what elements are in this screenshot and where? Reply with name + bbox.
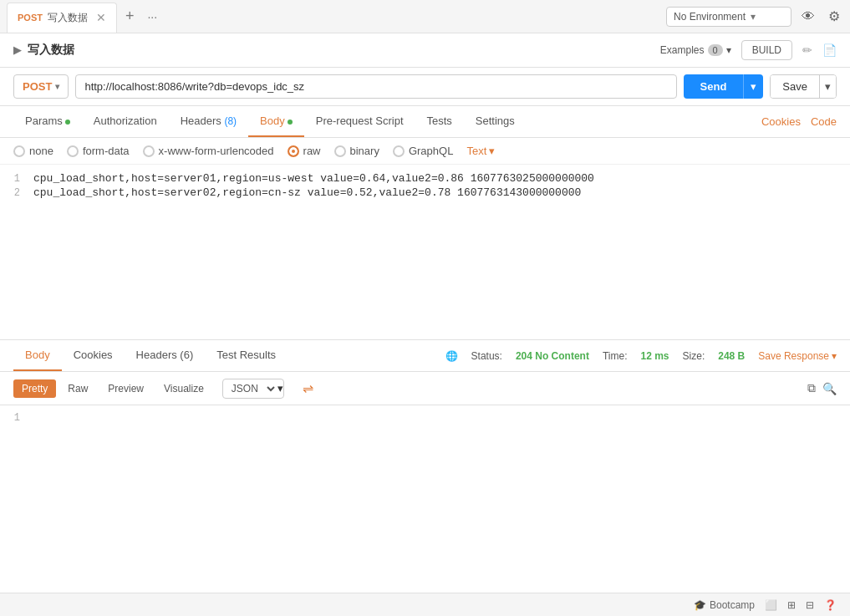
status-bar-grid-icon[interactable]: ⬜ — [765, 599, 777, 611]
viewer-tab-preview[interactable]: Preview — [99, 379, 152, 398]
format-select-input[interactable]: JSON XML HTML Text — [223, 379, 277, 398]
url-input[interactable] — [75, 74, 676, 99]
send-dropdown-button[interactable]: ▾ — [743, 74, 763, 99]
examples-label: Examples — [660, 44, 705, 56]
status-label: Status: — [471, 350, 502, 362]
status-bar-layout-icon[interactable]: ⊞ — [787, 599, 796, 611]
response-section: Body Cookies Headers (6) Test Results 🌐 … — [0, 340, 850, 593]
save-button[interactable]: Save — [771, 75, 819, 98]
request-header: ▶ 写入数据 Examples 0 ▾ BUILD ✏ 📄 — [0, 33, 850, 68]
option-form-data[interactable]: form-data — [67, 145, 130, 157]
search-response-icon[interactable]: 🔍 — [822, 381, 837, 395]
line-content-2: cpu_load_short,host=server02,region=cn-s… — [33, 186, 850, 199]
tab-settings[interactable]: Settings — [464, 106, 527, 137]
request-title-text: 写入数据 — [28, 43, 74, 58]
response-tabs-nav: Body Cookies Headers (6) Test Results 🌐 … — [0, 340, 850, 372]
time-label: Time: — [603, 350, 628, 362]
save-button-group: Save ▾ — [770, 74, 837, 99]
active-tab[interactable]: POST 写入数据 ✕ — [7, 3, 117, 33]
tab-method: POST — [18, 13, 43, 23]
settings-icon[interactable]: ⚙ — [825, 5, 843, 28]
wrap-lines-icon[interactable]: ⇌ — [294, 377, 322, 400]
build-button[interactable]: BUILD — [741, 40, 792, 60]
response-tab-cookies[interactable]: Cookies — [62, 340, 125, 371]
examples-button[interactable]: Examples 0 ▾ — [660, 44, 731, 56]
bootcamp-label: Bootcamp — [710, 599, 755, 611]
text-format-dropdown[interactable]: Text ▾ — [466, 145, 495, 157]
request-title-group: ▶ 写入数据 — [13, 43, 74, 58]
radio-graphql — [393, 145, 405, 157]
option-graphql[interactable]: GraphQL — [393, 145, 453, 157]
add-tab-button[interactable]: + — [120, 4, 140, 28]
save-response-chevron-icon: ▾ — [832, 350, 837, 362]
send-button[interactable]: Send — [684, 74, 744, 99]
edit-icon[interactable]: ✏ — [802, 43, 812, 57]
bootcamp-item[interactable]: 🎓 Bootcamp — [694, 599, 755, 611]
line-content-1: cpu_load_short,host=server01,region=us-w… — [33, 172, 850, 185]
save-response-button[interactable]: Save Response ▾ — [758, 350, 837, 362]
save-response-label: Save Response — [758, 350, 829, 362]
more-tabs-button[interactable]: ··· — [142, 7, 162, 27]
examples-count-badge: 0 — [708, 44, 723, 56]
code-editor[interactable]: 1 cpu_load_short,host=server01,region=us… — [0, 165, 850, 340]
status-value: 204 No Content — [516, 350, 589, 362]
line-number-2: 2 — [0, 186, 33, 199]
radio-form-data — [67, 145, 79, 157]
tab-body[interactable]: Body — [248, 106, 304, 137]
radio-raw — [288, 145, 299, 157]
status-bar: 🎓 Bootcamp ⬜ ⊞ ⊟ ❓ — [0, 593, 850, 616]
radio-binary — [334, 145, 346, 157]
response-line-1: 1 — [0, 412, 850, 424]
tab-authorization[interactable]: Authorization — [82, 106, 169, 137]
tab-headers[interactable]: Headers (8) — [169, 106, 248, 137]
response-tab-test-results[interactable]: Test Results — [205, 340, 288, 371]
option-raw[interactable]: raw — [288, 145, 321, 157]
method-selector[interactable]: POST ▾ — [13, 74, 69, 99]
bootcamp-icon: 🎓 — [694, 599, 706, 611]
code-line-1: 1 cpu_load_short,host=server01,region=us… — [0, 171, 850, 186]
expand-arrow-icon[interactable]: ▶ — [13, 44, 21, 56]
tab-close-icon[interactable]: ✕ — [96, 11, 106, 24]
status-bar-help-icon[interactable]: ❓ — [824, 599, 837, 611]
doc-icon[interactable]: 📄 — [822, 43, 837, 57]
body-dot — [288, 120, 293, 125]
option-urlencoded[interactable]: x-www-form-urlencoded — [143, 145, 274, 157]
viewer-tab-pretty[interactable]: Pretty — [13, 379, 56, 398]
environment-selector[interactable]: No Environment ▾ — [666, 7, 791, 27]
response-status-group: 🌐 Status: 204 No Content Time: 12 ms Siz… — [445, 350, 837, 362]
format-selector[interactable]: JSON XML HTML Text ▾ — [222, 379, 284, 399]
response-body: 1 — [0, 405, 850, 593]
response-tab-headers[interactable]: Headers (6) — [125, 340, 206, 371]
tab-params[interactable]: Params — [13, 106, 82, 137]
tab-tests[interactable]: Tests — [415, 106, 464, 137]
time-value: 12 ms — [641, 350, 669, 362]
save-dropdown-button[interactable]: ▾ — [819, 75, 836, 98]
tab-bar: POST 写入数据 ✕ + ··· No Environment ▾ 👁 ⚙ — [0, 0, 850, 33]
method-chevron-icon: ▾ — [55, 82, 59, 91]
text-format-chevron-icon: ▾ — [489, 145, 495, 157]
viewer-icon-group: ⧉ 🔍 — [807, 381, 837, 395]
globe-icon: 🌐 — [445, 350, 458, 362]
tab-right-links: Cookies Code — [761, 115, 837, 128]
option-none[interactable]: none — [13, 145, 53, 157]
status-bar-table-icon[interactable]: ⊟ — [806, 599, 814, 611]
url-bar: POST ▾ Send ▾ Save ▾ — [0, 68, 850, 106]
params-dot — [65, 120, 70, 125]
code-line-2: 2 cpu_load_short,host=server02,region=cn… — [0, 186, 850, 200]
copy-response-icon[interactable]: ⧉ — [807, 381, 816, 395]
eye-icon[interactable]: 👁 — [798, 6, 818, 28]
response-tab-body[interactable]: Body — [13, 340, 62, 371]
request-tabs-nav: Params Authorization Headers (8) Body Pr… — [0, 106, 850, 138]
option-binary[interactable]: binary — [334, 145, 379, 157]
tab-prerequest[interactable]: Pre-request Script — [304, 106, 415, 137]
body-options: none form-data x-www-form-urlencoded raw… — [0, 138, 850, 165]
text-format-label: Text — [466, 145, 486, 157]
viewer-tab-raw[interactable]: Raw — [59, 379, 96, 398]
send-button-group: Send ▾ — [684, 74, 764, 99]
size-label: Size: — [683, 350, 705, 362]
examples-chevron-icon: ▾ — [726, 44, 731, 56]
code-link[interactable]: Code — [811, 115, 837, 128]
cookies-link[interactable]: Cookies — [761, 115, 801, 128]
viewer-tab-visualize[interactable]: Visualize — [155, 379, 212, 398]
radio-none — [13, 145, 25, 157]
